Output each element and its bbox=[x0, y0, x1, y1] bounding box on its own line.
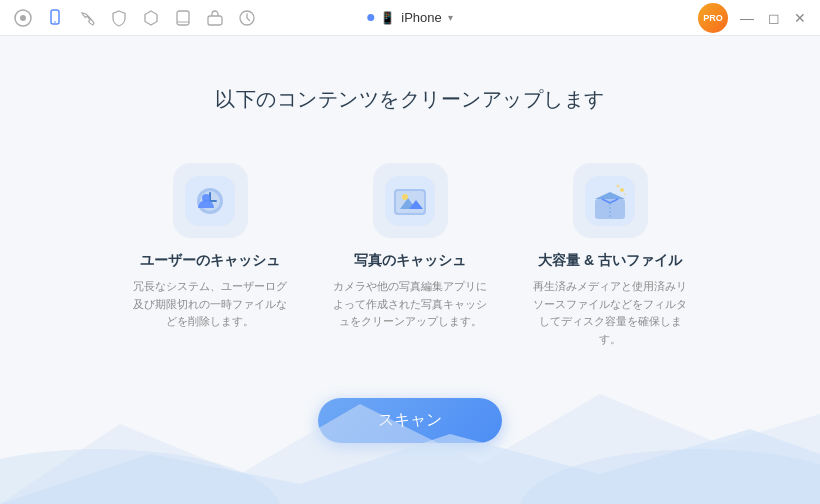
svg-point-30 bbox=[520, 449, 820, 504]
large-files-desc: 再生済みメディアと使用済みリソースファイルなどをフィルタしてディスク容量を確保し… bbox=[530, 278, 690, 348]
photo-cache-icon bbox=[373, 163, 448, 238]
page-title: 以下のコンテンツをクリーンアップします bbox=[215, 86, 605, 113]
window-controls: PRO — ◻ ✕ bbox=[698, 3, 808, 33]
device-icon[interactable] bbox=[44, 7, 66, 29]
device-title: 📱 iPhone ▾ bbox=[367, 10, 452, 25]
svg-point-19 bbox=[402, 194, 408, 200]
shield-icon[interactable] bbox=[108, 7, 130, 29]
device-name: iPhone bbox=[401, 10, 441, 25]
large-files-card: 大容量 & 古いファイル 再生済みメディアと使用済みリソースファイルなどをフィル… bbox=[530, 163, 690, 348]
svg-point-26 bbox=[624, 193, 626, 195]
svg-point-29 bbox=[0, 449, 280, 504]
connection-dot bbox=[367, 14, 374, 21]
main-content: 以下のコンテンツをクリーンアップします ユーザーのキャッシュ bbox=[0, 36, 820, 504]
svg-point-3 bbox=[54, 21, 56, 23]
home-icon[interactable] bbox=[12, 7, 34, 29]
maximize-button[interactable]: ◻ bbox=[766, 10, 782, 26]
phone-call-icon[interactable] bbox=[76, 7, 98, 29]
user-cache-icon bbox=[173, 163, 248, 238]
svg-point-1 bbox=[20, 15, 26, 21]
close-button[interactable]: ✕ bbox=[792, 10, 808, 26]
svg-point-25 bbox=[617, 184, 620, 187]
user-cache-card: ユーザーのキャッシュ 冗長なシステム、ユーザーログ及び期限切れの一時ファイルなど… bbox=[130, 163, 290, 331]
user-cache-title: ユーザーのキャッシュ bbox=[140, 252, 280, 270]
large-files-title: 大容量 & 古いファイル bbox=[538, 252, 682, 270]
tablet-icon[interactable] bbox=[172, 7, 194, 29]
dropdown-icon[interactable]: ▾ bbox=[448, 12, 453, 23]
title-bar: 📱 iPhone ▾ PRO — ◻ ✕ bbox=[0, 0, 820, 36]
scan-button[interactable]: スキャン bbox=[318, 398, 502, 443]
phone-small-icon: 📱 bbox=[380, 11, 395, 25]
briefcase-icon[interactable] bbox=[204, 7, 226, 29]
user-cache-desc: 冗長なシステム、ユーザーログ及び期限切れの一時ファイルなどを削除します。 bbox=[130, 278, 290, 331]
cards-row: ユーザーのキャッシュ 冗長なシステム、ユーザーログ及び期限切れの一時ファイルなど… bbox=[130, 163, 690, 348]
svg-rect-6 bbox=[208, 16, 222, 25]
history-icon[interactable] bbox=[236, 7, 258, 29]
photo-cache-card: 写真のキャッシュ カメラや他の写真編集アプリによって作成された写真キャッシュをク… bbox=[330, 163, 490, 331]
pro-badge: PRO bbox=[698, 3, 728, 33]
cube-icon[interactable] bbox=[140, 7, 162, 29]
photo-cache-desc: カメラや他の写真編集アプリによって作成された写真キャッシュをクリーンアップします… bbox=[330, 278, 490, 331]
minimize-button[interactable]: — bbox=[738, 10, 756, 26]
svg-point-24 bbox=[620, 188, 624, 192]
svg-rect-4 bbox=[177, 11, 189, 25]
photo-cache-title: 写真のキャッシュ bbox=[354, 252, 466, 270]
large-files-icon bbox=[573, 163, 648, 238]
nav-icons-group bbox=[12, 7, 258, 29]
